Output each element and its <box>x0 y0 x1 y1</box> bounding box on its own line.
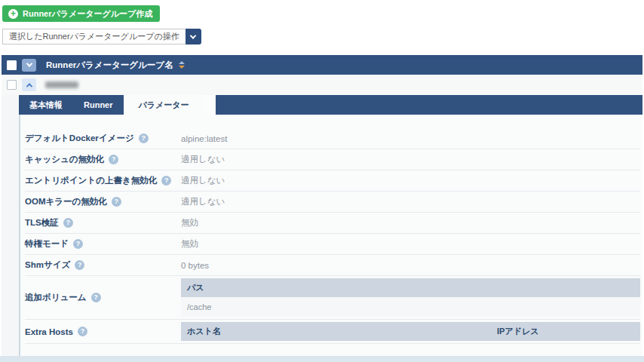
volumes-path-column-header: パス <box>181 278 640 297</box>
bottom-accent-bar <box>0 356 644 362</box>
help-icon[interactable] <box>91 293 101 302</box>
group-list-header: Runnerパラメーターグループ名 <box>2 55 642 75</box>
param-row-privileged-mode: 特権モード 無効 <box>25 234 640 255</box>
group-name-redacted <box>45 81 78 88</box>
sort-desc-arrow-icon <box>179 66 185 69</box>
extra-hosts-table: ホスト名 IPアドレス <box>181 322 640 341</box>
create-button-label: Runnerパラメーターグループ作成 <box>23 8 152 20</box>
param-label: キャッシュの無効化 <box>25 154 104 165</box>
plus-circle-icon <box>8 9 18 19</box>
header-expand-all-button[interactable] <box>22 59 36 72</box>
help-icon[interactable] <box>73 239 83 249</box>
volume-path-cell: /cache <box>181 297 640 317</box>
help-icon[interactable] <box>78 327 87 336</box>
param-row-additional-volumes: 追加ボリューム パス /cache <box>25 276 640 320</box>
param-label: TLS検証 <box>25 217 59 229</box>
tab-basic-info[interactable]: 基本情報 <box>19 95 73 115</box>
param-row-oom-killer: OOMキラーの無効化 適用しない <box>25 192 640 213</box>
chevron-up-icon <box>26 83 32 89</box>
ip-address-column-header: IPアドレス <box>491 322 640 341</box>
param-value: 適用しない <box>181 154 225 165</box>
param-value: alpine:latest <box>181 134 227 143</box>
param-row-entrypoint-override: エントリポイントの上書き無効化 適用しない <box>25 170 640 192</box>
bulk-actions-dropdown[interactable]: 選択したRunnerパラメーターグループの操作 <box>2 29 201 44</box>
help-icon[interactable] <box>109 155 118 164</box>
param-row-extra-hosts: Extra Hosts ホスト名 IPアドレス <box>25 320 640 344</box>
help-icon[interactable] <box>139 133 149 143</box>
param-label: 特権モード <box>25 238 69 250</box>
chevron-down-icon <box>190 32 196 38</box>
volumes-table: パス /cache <box>181 278 640 317</box>
sort-icon[interactable] <box>179 61 185 69</box>
param-label: 追加ボリューム <box>25 292 87 303</box>
param-label: Shmサイズ <box>25 259 70 271</box>
row-checkbox[interactable] <box>7 80 17 90</box>
bulk-actions-caret-button[interactable] <box>186 29 201 44</box>
parameters-panel: デフォルトDockerイメージ alpine:latest キャッシュの無効化 … <box>19 115 642 356</box>
help-icon[interactable] <box>161 176 171 186</box>
tab-parameters[interactable]: パラメーター <box>124 95 204 115</box>
param-label: Extra Hosts <box>25 327 73 336</box>
param-label: OOMキラーの無効化 <box>25 196 107 207</box>
param-row-tls-verify: TLS検証 無効 <box>25 213 640 234</box>
help-icon[interactable] <box>112 197 121 207</box>
row-collapse-button[interactable] <box>22 78 36 91</box>
chevron-down-icon <box>26 60 32 66</box>
tab-bar-filler <box>216 95 642 115</box>
param-row-shm-size: Shmサイズ 0 bytes <box>25 255 640 276</box>
tab-bar-gap <box>204 95 216 115</box>
group-name-column-header[interactable]: Runnerパラメーターグループ名 <box>46 60 173 71</box>
tab-runner[interactable]: Runner <box>73 95 124 115</box>
param-row-cache-disable: キャッシュの無効化 適用しない <box>25 149 640 170</box>
help-icon[interactable] <box>63 218 73 228</box>
detail-tab-bar: 基本情報 Runner パラメーター <box>19 95 642 115</box>
param-value: 無効 <box>181 238 198 250</box>
bulk-actions-label: 選択したRunnerパラメーターグループの操作 <box>2 29 186 44</box>
param-row-docker-image: デフォルトDockerイメージ alpine:latest <box>25 128 640 149</box>
param-value: 無効 <box>181 217 198 229</box>
param-value: 適用しない <box>181 175 225 186</box>
create-runner-param-group-button[interactable]: Runnerパラメーターグループ作成 <box>2 5 160 22</box>
help-icon[interactable] <box>75 260 84 270</box>
hostname-column-header: ホスト名 <box>181 322 491 341</box>
group-detail-container: 基本情報 Runner パラメーター デフォルトDockerイメージ alpin… <box>2 95 642 356</box>
param-value: 適用しない <box>181 196 225 207</box>
param-value: 0 bytes <box>181 261 209 270</box>
group-row[interactable] <box>2 75 642 95</box>
sort-asc-arrow-icon <box>179 61 185 64</box>
param-label: エントリポイントの上書き無効化 <box>25 175 157 186</box>
select-all-checkbox[interactable] <box>7 60 17 70</box>
param-label: デフォルトDockerイメージ <box>25 133 134 144</box>
